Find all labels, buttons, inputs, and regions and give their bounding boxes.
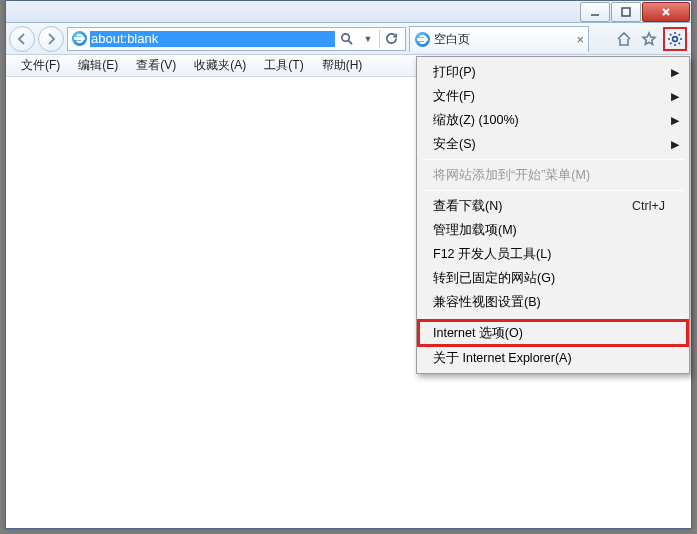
tab-title: 空白页 <box>434 31 572 48</box>
back-button[interactable] <box>9 26 35 52</box>
menuitem-internet-options[interactable]: Internet 选项(O) <box>419 321 687 345</box>
separator <box>422 159 684 160</box>
menu-edit[interactable]: 编辑(E) <box>69 55 127 76</box>
address-bar[interactable]: about:blank ▼ <box>67 27 406 51</box>
minimize-button[interactable] <box>580 2 610 22</box>
chevron-right-icon: ▶ <box>671 90 679 103</box>
tools-gear-icon[interactable] <box>663 27 687 51</box>
menuitem-add-to-start: 将网站添加到“开始”菜单(M) <box>419 163 687 187</box>
menuitem-zoom[interactable]: 缩放(Z) (100%) ▶ <box>419 108 687 132</box>
menuitem-print[interactable]: 打印(P) ▶ <box>419 60 687 84</box>
chevron-right-icon: ▶ <box>671 138 679 151</box>
address-url[interactable]: about:blank <box>90 31 335 47</box>
menuitem-about[interactable]: 关于 Internet Explorer(A) <box>419 346 687 370</box>
search-icon[interactable] <box>335 28 357 50</box>
menu-view[interactable]: 查看(V) <box>127 55 185 76</box>
tab-close-icon[interactable]: × <box>576 33 584 46</box>
tab[interactable]: 空白页 × <box>409 26 589 52</box>
separator <box>422 190 684 191</box>
maximize-button[interactable] <box>611 2 641 22</box>
titlebar <box>6 1 691 23</box>
separator <box>422 317 684 318</box>
menuitem-addons[interactable]: 管理加载项(M) <box>419 218 687 242</box>
home-icon[interactable] <box>613 28 635 50</box>
navigation-bar: about:blank ▼ 空白页 × <box>6 23 691 55</box>
hotkey-label: Ctrl+J <box>632 199 665 213</box>
ie-favicon-icon <box>414 31 430 47</box>
menuitem-safety[interactable]: 安全(S) ▶ <box>419 132 687 156</box>
svg-rect-0 <box>622 8 630 16</box>
svg-point-1 <box>341 34 348 41</box>
menuitem-file[interactable]: 文件(F) ▶ <box>419 84 687 108</box>
favorites-icon[interactable] <box>638 28 660 50</box>
tools-menu: 打印(P) ▶ 文件(F) ▶ 缩放(Z) (100%) ▶ 安全(S) ▶ 将… <box>416 56 690 374</box>
menuitem-compat[interactable]: 兼容性视图设置(B) <box>419 290 687 314</box>
svg-point-2 <box>673 36 678 41</box>
menuitem-pinned[interactable]: 转到已固定的网站(G) <box>419 266 687 290</box>
menu-help[interactable]: 帮助(H) <box>313 55 372 76</box>
menu-tools[interactable]: 工具(T) <box>255 55 312 76</box>
menuitem-f12[interactable]: F12 开发人员工具(L) <box>419 242 687 266</box>
forward-button[interactable] <box>38 26 64 52</box>
menu-file[interactable]: 文件(F) <box>12 55 69 76</box>
dropdown-arrow-icon[interactable]: ▼ <box>357 28 379 50</box>
chevron-right-icon: ▶ <box>671 66 679 79</box>
chevron-right-icon: ▶ <box>671 114 679 127</box>
menuitem-downloads[interactable]: 查看下载(N) Ctrl+J <box>419 194 687 218</box>
ie-favicon-icon <box>71 31 87 47</box>
close-button[interactable] <box>642 2 690 22</box>
refresh-icon[interactable] <box>380 28 402 50</box>
menu-favorites[interactable]: 收藏夹(A) <box>185 55 255 76</box>
